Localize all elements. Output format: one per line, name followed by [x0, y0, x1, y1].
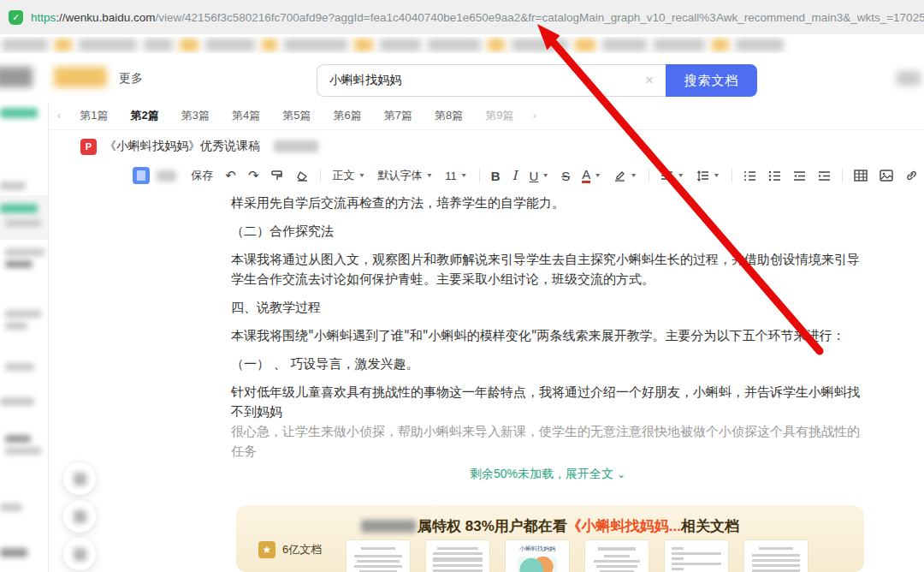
redacted-sidebar-item[interactable] [5, 435, 31, 443]
redacted-sidebar-item[interactable] [5, 310, 41, 318]
redacted-sidebar-item[interactable] [5, 248, 44, 256]
paragraph-faded: 很心急，让学生来做小侦探，帮助小蝌蚪来导入新课，使学生的无意注意很快地被做个小侦… [231, 422, 866, 462]
redacted-bookmark [284, 39, 347, 51]
url-host: ://wenku.baidu.com [56, 11, 155, 24]
redacted-fab-icon [74, 548, 86, 561]
site-header: 更多 × 搜索文档 [0, 53, 924, 101]
font-family-dropdown[interactable]: 默认字体▼ [371, 164, 439, 187]
floating-action-button[interactable] [63, 500, 96, 533]
format-painter-button[interactable] [264, 164, 289, 187]
redacted-sidebar-item[interactable] [0, 108, 38, 118]
outdent-button[interactable] [787, 164, 812, 187]
chevron-down-icon: ▼ [425, 172, 433, 179]
undo-button[interactable]: ↶ [219, 164, 242, 187]
redacted-sidebar-item[interactable] [5, 219, 41, 227]
more-link[interactable]: 更多 [119, 71, 143, 86]
tabs-prev-icon[interactable]: ‹ [50, 109, 68, 122]
redacted-bookmark [2, 39, 48, 51]
tab-5[interactable]: 第5篇 [282, 108, 311, 123]
align-dropdown[interactable]: ▼ [654, 164, 690, 187]
related-doc-thumbnails: 小蝌蚪找妈妈 [346, 539, 808, 572]
article-tabs: ‹ 第1篇 第2篇 第3篇 第4篇 第5篇 第6篇 第7篇 第8篇 第9篇 › [50, 101, 924, 130]
italic-button[interactable]: I [506, 164, 524, 187]
thumbnail-illustration [518, 557, 557, 572]
redacted-bookmark [144, 39, 173, 51]
redacted-sidebar-item[interactable] [5, 322, 27, 330]
eraser-button[interactable] [289, 164, 315, 187]
chevron-down-icon: ▼ [460, 172, 468, 179]
tab-3[interactable]: 第3篇 [181, 108, 210, 123]
link-icon [905, 170, 918, 182]
redacted-sidebar-item[interactable] [0, 548, 27, 557]
search-docs-button[interactable]: 搜索文档 [666, 64, 757, 97]
floating-action-button[interactable] [63, 462, 96, 495]
banner-title-text: 属特权 83%用户都在看 [418, 518, 567, 534]
tab-9[interactable]: 第9篇 [485, 108, 513, 123]
chevron-down-icon: ▼ [542, 172, 549, 179]
insert-image-button[interactable] [874, 164, 899, 187]
redacted-bookmark [205, 39, 255, 51]
underline-dropdown[interactable]: U▼ [524, 164, 556, 187]
table-icon [854, 170, 868, 182]
font-size-dropdown[interactable]: 11▼ [439, 164, 473, 187]
paragraph: 本课我将通过从图入文，观察图片和教师解说来引导学生去自主探究小蝌蚪生长的过程，并… [231, 250, 866, 289]
tab-7[interactable]: 第7篇 [384, 108, 412, 123]
redacted-sidebar-item[interactable] [0, 397, 34, 406]
line-spacing-dropdown[interactable]: ▼ [690, 164, 726, 187]
browser-address-bar[interactable]: ✓ https://wenku.baidu.com/view/42156f3c5… [0, 0, 924, 34]
doc-thumbnail[interactable] [425, 539, 490, 572]
font-color-dropdown[interactable]: A▼ [576, 164, 607, 187]
highlight-pen-icon [613, 170, 626, 182]
indent-button[interactable] [812, 164, 837, 187]
url-path: /view/42156f3c580216fc700afd9e?aggId=fea… [156, 11, 924, 24]
font-color-glyph: A [582, 169, 590, 183]
strikethrough-button[interactable]: S [555, 164, 576, 187]
search-bar: × 搜索文档 [317, 64, 757, 97]
tab-1[interactable]: 第1篇 [80, 108, 108, 123]
redacted-sidebar-item[interactable] [0, 204, 38, 213]
highlight-color-dropdown[interactable]: ▼ [607, 164, 643, 187]
redacted-sidebar-item[interactable] [5, 260, 33, 268]
tab-2-active[interactable]: 第2篇 [131, 108, 159, 123]
search-input[interactable] [329, 74, 642, 87]
redacted-bookmark [380, 39, 421, 51]
page: ✓ https://wenku.baidu.com/view/42156f3c5… [0, 0, 924, 572]
tabs-next-icon[interactable]: › [524, 109, 543, 122]
bullet-list-button[interactable] [762, 164, 787, 187]
tab-8[interactable]: 第8篇 [435, 108, 463, 123]
save-button[interactable]: 保存 [185, 164, 219, 187]
redo-button[interactable]: ↷ [242, 164, 265, 187]
expand-full-text-label: 剩余50%未加载，展开全文 [470, 467, 613, 480]
banner-title: 属特权 83%用户都在看《小蝌蚪找妈妈...相关文档 [236, 516, 864, 536]
doc-title: 《小蝌蚪找妈妈》优秀说课稿 [104, 139, 260, 154]
indent-icon [818, 170, 831, 182]
bold-button[interactable]: B [485, 164, 506, 187]
redacted-sidebar-item[interactable] [5, 363, 34, 371]
expand-full-text-link[interactable]: 剩余50%未加载，展开全文 ⌄ [231, 467, 864, 482]
redacted-sidebar-item[interactable] [0, 182, 26, 190]
toolbar-divider [479, 169, 480, 182]
ordered-list-button[interactable] [737, 164, 762, 187]
paragraph: （一） 、 巧设导言，激发兴趣。 [231, 355, 866, 374]
redacted-bookmark [602, 39, 647, 51]
font-size-value: 11 [445, 170, 457, 182]
clear-search-icon[interactable]: × [642, 72, 657, 89]
redacted-fab-icon [74, 473, 86, 486]
redacted-sidebar-item[interactable] [5, 447, 41, 455]
paragraph-style-dropdown[interactable]: 正文▼ [326, 164, 371, 187]
page-url[interactable]: https://wenku.baidu.com/view/42156f3c580… [31, 11, 924, 24]
toolbar-divider [842, 169, 843, 182]
insert-table-button[interactable] [848, 164, 874, 187]
tab-6[interactable]: 第6篇 [334, 108, 362, 123]
doc-thumbnail[interactable] [346, 539, 411, 572]
redacted-sidebar-item[interactable] [0, 503, 22, 511]
insert-link-button[interactable] [899, 164, 924, 187]
doc-thumbnail-tadpole[interactable]: 小蝌蚪找妈妈 [505, 539, 570, 572]
tab-4[interactable]: 第4篇 [232, 108, 260, 123]
floating-action-button[interactable] [63, 538, 96, 570]
related-docs-banner[interactable]: 属特权 83%用户都在看《小蝌蚪找妈妈...相关文档 ★ 6亿文档 小蝌蚪找妈妈 [236, 505, 864, 572]
doc-thumbnail[interactable] [664, 539, 729, 572]
doc-thumbnail[interactable] [584, 539, 649, 572]
doc-thumbnail[interactable] [743, 539, 808, 572]
image-icon [880, 170, 893, 182]
